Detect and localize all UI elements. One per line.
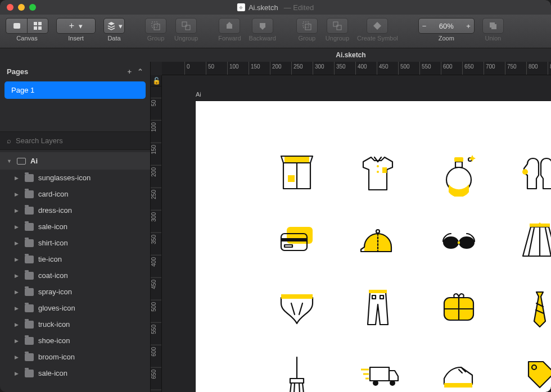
disclosure-triangle-icon[interactable]: ▶ bbox=[15, 175, 20, 181]
card-icon[interactable] bbox=[263, 219, 331, 264]
svg-rect-26 bbox=[454, 157, 463, 162]
window-titlebar: ◆ Ai.sketch — Edited bbox=[0, 0, 551, 15]
zoom-plus-button[interactable]: + bbox=[466, 22, 471, 30]
close-window-button[interactable] bbox=[7, 4, 13, 11]
minimize-window-button[interactable] bbox=[18, 4, 25, 11]
layer-item[interactable]: ▶ tie-icon bbox=[0, 251, 150, 267]
folder-icon bbox=[25, 174, 34, 182]
svg-line-72 bbox=[294, 383, 295, 392]
lock-icon[interactable]: 🔓 bbox=[151, 75, 162, 86]
group-button[interactable] bbox=[145, 18, 166, 34]
union-button[interactable] bbox=[482, 18, 504, 34]
gift-icon[interactable] bbox=[425, 286, 493, 331]
layer-item[interactable]: ▶ sunglasses-icon bbox=[0, 170, 150, 186]
search-layers-row: ⌕ bbox=[0, 131, 150, 150]
page-item[interactable]: Page 1 bbox=[4, 81, 146, 99]
layer-item[interactable]: ▶ card-icon bbox=[0, 186, 150, 202]
canvas[interactable]: Ai bbox=[162, 75, 551, 392]
truck-icon[interactable] bbox=[344, 354, 412, 392]
group-button-2[interactable] bbox=[296, 18, 318, 34]
svg-rect-25 bbox=[455, 162, 462, 167]
shoe-icon[interactable] bbox=[425, 354, 493, 392]
ruler-tick: 150 bbox=[249, 62, 260, 75]
artboard-ai[interactable] bbox=[196, 101, 551, 392]
artboard-label[interactable]: Ai bbox=[196, 91, 201, 98]
layer-tree: ▼ Ai ▶ sunglasses-icon▶ card-icon▶ dress… bbox=[0, 150, 150, 392]
create-symbol-button[interactable] bbox=[367, 18, 388, 34]
collapse-pages-button[interactable]: ⌃ bbox=[137, 67, 143, 76]
disclosure-triangle-icon[interactable]: ▶ bbox=[15, 289, 20, 295]
zoom-minus-button[interactable]: − bbox=[422, 22, 427, 30]
pants-icon[interactable] bbox=[344, 286, 412, 331]
underwear-icon[interactable] bbox=[263, 286, 331, 331]
zoom-control[interactable]: − 60% + bbox=[418, 18, 475, 34]
layer-item-label: dress-icon bbox=[38, 206, 72, 215]
main-split: Pages + ⌃ Page 1 ⌕ ▼ Ai ▶ sunglasses-ico… bbox=[0, 62, 551, 392]
disclosure-triangle-icon[interactable]: ▶ bbox=[15, 306, 20, 311]
disclosure-triangle-icon[interactable]: ▶ bbox=[15, 208, 20, 213]
maximize-window-button[interactable] bbox=[29, 4, 36, 11]
disclosure-triangle-icon[interactable]: ▼ bbox=[7, 158, 12, 164]
gloves-icon[interactable] bbox=[506, 152, 551, 197]
svg-rect-19 bbox=[288, 175, 295, 182]
disclosure-triangle-icon[interactable]: ▶ bbox=[15, 371, 20, 376]
layer-item[interactable]: ▶ spray-icon bbox=[0, 284, 150, 300]
sunglasses-icon[interactable] bbox=[425, 219, 493, 264]
layer-item[interactable]: ▶ gloves-icon bbox=[0, 300, 150, 316]
layer-item-label: sale-icon bbox=[38, 222, 67, 231]
svg-rect-36 bbox=[281, 238, 307, 241]
folder-icon bbox=[25, 304, 34, 312]
layer-root-ai[interactable]: ▼ Ai bbox=[0, 152, 150, 170]
ruler-tick: 100 bbox=[227, 62, 239, 75]
layer-item[interactable]: ▶ broom-icon bbox=[0, 349, 150, 365]
layer-item-label: sale-icon bbox=[38, 369, 67, 377]
insert-button[interactable]: +▾ bbox=[56, 18, 96, 34]
disclosure-triangle-icon[interactable]: ▶ bbox=[15, 257, 20, 262]
disclosure-triangle-icon[interactable]: ▶ bbox=[15, 224, 20, 230]
shirt-icon[interactable] bbox=[344, 152, 412, 197]
ruler-tick: 350 bbox=[151, 233, 161, 244]
svg-rect-17 bbox=[284, 156, 309, 163]
svg-rect-9 bbox=[227, 24, 232, 29]
disclosure-triangle-icon[interactable]: ▶ bbox=[15, 273, 20, 279]
ungroup-button[interactable] bbox=[175, 18, 197, 34]
layer-item-label: shoe-icon bbox=[38, 336, 70, 345]
layer-item[interactable]: ▶ coat-icon bbox=[0, 267, 150, 284]
folder-icon bbox=[25, 256, 34, 263]
layer-item[interactable]: ▶ shoe-icon bbox=[0, 332, 150, 349]
disclosure-triangle-icon[interactable]: ▶ bbox=[15, 192, 20, 197]
backward-button[interactable] bbox=[252, 18, 273, 34]
ruler-tick: 600 bbox=[441, 62, 453, 75]
disclosure-triangle-icon[interactable]: ▶ bbox=[15, 354, 20, 360]
perfume-icon[interactable] bbox=[425, 152, 493, 197]
data-button[interactable]: ▾ bbox=[103, 18, 125, 34]
tag-icon[interactable] bbox=[506, 354, 551, 392]
add-page-button[interactable]: + bbox=[127, 67, 132, 76]
folder-icon bbox=[25, 272, 34, 280]
layer-item-label: spray-icon bbox=[38, 288, 72, 296]
cap-icon[interactable] bbox=[344, 219, 412, 264]
svg-rect-10 bbox=[260, 23, 265, 28]
disclosure-triangle-icon[interactable]: ▶ bbox=[15, 322, 20, 327]
broom-icon[interactable] bbox=[263, 354, 331, 392]
ruler-tick: 800 bbox=[526, 62, 538, 75]
layer-item-label: card-icon bbox=[38, 190, 68, 198]
toolbar-label-zoom: Zoom bbox=[439, 35, 454, 42]
skirt-icon[interactable] bbox=[506, 219, 551, 264]
canvas-view-artboard-button[interactable] bbox=[6, 18, 27, 34]
layer-item[interactable]: ▶ shirt-icon bbox=[0, 235, 150, 251]
ruler-tick: 150 bbox=[151, 143, 161, 154]
canvas-view-grid-button[interactable] bbox=[27, 18, 48, 34]
layer-item[interactable]: ▶ truck-icon bbox=[0, 316, 150, 332]
layer-item[interactable]: ▶ dress-icon bbox=[0, 202, 150, 218]
ungroup-button-2[interactable] bbox=[327, 18, 348, 34]
layer-item[interactable]: ▶ sale-icon bbox=[0, 365, 150, 381]
tie-icon[interactable] bbox=[506, 286, 551, 331]
layer-item[interactable]: ▶ sale-icon bbox=[0, 218, 150, 235]
disclosure-triangle-icon[interactable]: ▶ bbox=[15, 240, 20, 246]
disclosure-triangle-icon[interactable]: ▶ bbox=[15, 338, 20, 344]
box-icon[interactable] bbox=[263, 152, 331, 197]
ruler-tick: 100 bbox=[151, 120, 161, 132]
search-layers-input[interactable] bbox=[16, 136, 143, 145]
forward-button[interactable] bbox=[219, 18, 240, 34]
